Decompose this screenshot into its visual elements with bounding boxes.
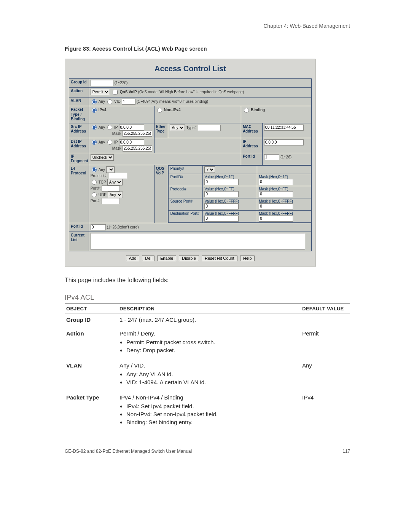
srcip-mask-label: Mask [112, 131, 121, 135]
qos-mask-label: Mask (Hex,0~1F) [259, 175, 288, 179]
table-row: Packet TypeIPv4 / Non-IPv4 / BindingIPv4… [65, 391, 350, 431]
ethertype-type-label: Type# [186, 126, 196, 130]
qosvoip-label: QOS VoIP [154, 165, 168, 223]
srcip-ip-radio[interactable] [107, 125, 112, 130]
qos-val-label: Value (Hex,0~1F) [204, 175, 234, 179]
l4-tcp-label: TCP [99, 180, 106, 184]
portid-right-hint: (1~26) [280, 155, 292, 159]
action-label: Action [69, 88, 89, 97]
qos-val-label: Value (Hex,0~FF) [204, 187, 234, 191]
l4-any-radio[interactable] [92, 167, 97, 172]
l4-label: L4 Protocol [69, 165, 89, 223]
cell-object: Action [65, 327, 118, 359]
vlan-label: VLAN [69, 97, 89, 106]
bullet: Any: Any VLAN id. [126, 371, 299, 377]
qos-priority-select[interactable]: 7 [204, 166, 215, 173]
qos-mask-input[interactable] [259, 203, 293, 209]
qos-row-name: Destination Port# [170, 211, 199, 216]
l4-udp-select[interactable]: Any [108, 192, 123, 198]
ipaddr-right-input[interactable] [264, 139, 304, 145]
l4-tcp-radio[interactable] [92, 180, 97, 185]
qos-val-input[interactable] [204, 191, 239, 197]
footer-left: GE-DS-82 and 82-PoE Ethernet Managed Swi… [65, 449, 192, 454]
srcip-mask-input[interactable] [123, 131, 152, 137]
footer-page: 117 [342, 449, 350, 454]
desc-intro: This page includes the following fields: [65, 277, 350, 284]
qos-mask-label: Mask (Hex,0~FFFF) [259, 199, 293, 203]
portid-right-input[interactable] [264, 154, 279, 160]
dstip-any-radio[interactable] [92, 140, 97, 145]
table-row: ActionPermit / Deny.Permit: Permit packe… [65, 327, 350, 359]
portid-bottom-input[interactable] [91, 224, 106, 230]
vlan-hint: (1~4094;Any means Vid=0 if uses binding) [137, 99, 208, 104]
l4-protocol-input[interactable] [109, 173, 127, 179]
cell-default [301, 313, 350, 327]
l4-tcp-select[interactable]: Any [107, 179, 123, 185]
vlan-vid-radio[interactable] [107, 99, 112, 104]
vlan-any-label: Any [99, 99, 105, 104]
qos-val-input[interactable] [204, 179, 239, 185]
pkt-ipv4-radio[interactable] [92, 108, 97, 113]
action-select[interactable]: Permit [91, 89, 110, 95]
l4-port2-input[interactable] [102, 198, 120, 204]
table-row: Group ID1 - 247 (max. 247 ACL group). [65, 313, 350, 327]
disable-button[interactable]: Disable [179, 255, 199, 261]
srcip-any-radio[interactable] [92, 125, 97, 130]
mac-label: MAC Address [241, 123, 262, 138]
qos-mask-input[interactable] [259, 191, 293, 197]
l4-any-select[interactable] [106, 166, 115, 173]
qos-voip-note: (QoS mode "All High Before Low" is requi… [138, 90, 244, 94]
group-id-hint: (1~220) [115, 81, 128, 85]
dstip-label: Dst IP Address [69, 138, 89, 153]
ethertype-label: Ether Type [154, 123, 168, 138]
l4-any-label: Any [99, 168, 105, 172]
cell-default: Any [301, 359, 350, 391]
bullet: Deny: Drop packet. [126, 347, 299, 353]
vlan-any-radio[interactable] [92, 99, 97, 104]
cell-description: Any / VID.Any: Any VLAN id.VID: 1-4094. … [118, 359, 301, 391]
qos-val-input[interactable] [204, 203, 239, 209]
pkt-ipv4-label: IPv4 [99, 108, 107, 112]
pkt-nonipv4-radio[interactable] [157, 108, 162, 113]
figure-caption: Figure 83: Access Control List (ACL) Web… [65, 46, 350, 52]
dstip-ip-radio[interactable] [107, 140, 112, 145]
vlan-vid-input[interactable] [122, 99, 135, 105]
mac-input[interactable] [264, 125, 304, 131]
l4-udp-radio[interactable] [92, 192, 97, 197]
srcip-ip-label: IP [114, 125, 118, 129]
ethertype-select[interactable]: Any [170, 125, 185, 131]
qos-mask-input[interactable] [259, 179, 293, 185]
l4-port2-label: Port#: [91, 198, 101, 203]
qos-voip-checkbox[interactable] [113, 90, 118, 95]
srcip-ip-input[interactable] [119, 125, 144, 131]
currentlist-textarea[interactable] [91, 233, 306, 250]
qos-row-name: PortID# [170, 175, 183, 179]
bullet: Non-IPv4: Set non-Ipv4 packet field. [126, 411, 299, 417]
del-button[interactable]: Del [142, 255, 155, 261]
enable-button[interactable]: Enable [157, 255, 176, 261]
acl-title: Access Control List [65, 64, 315, 73]
pkt-binding-radio[interactable] [244, 108, 249, 113]
l4-port1-input[interactable] [102, 185, 120, 192]
group-id-input[interactable] [91, 80, 113, 86]
qos-val-label: Value (Hex,0~FFFF) [204, 199, 239, 203]
qos-val-input[interactable] [204, 216, 239, 222]
dstip-mask-label: Mask [112, 146, 121, 150]
help-button[interactable]: Help [240, 255, 255, 261]
bullet: Permit: Permit packet cross switch. [126, 339, 299, 345]
dstip-ip-input[interactable] [119, 139, 144, 145]
dstip-mask-input[interactable] [123, 145, 152, 152]
table-row: VLANAny / VID.Any: Any VLAN id.VID: 1-40… [65, 359, 350, 391]
pkt-nonipv4-label: Non-IPv4 [164, 108, 180, 112]
ipfrag-select[interactable]: Uncheck [91, 154, 114, 161]
add-button[interactable]: Add [126, 255, 140, 261]
reset-hit-button[interactable]: Reset Hit Count [202, 255, 237, 261]
cell-description: Permit / Deny.Permit: Permit packet cros… [118, 327, 301, 359]
bullet: IPv4: Set Ipv4 packet field. [126, 403, 299, 409]
qos-voip-label: QoS VoIP [120, 90, 137, 94]
cell-object: Group ID [65, 313, 118, 327]
l4-udp-label: UDP [99, 193, 107, 197]
srcip-label: Src IP Address [69, 123, 89, 138]
ethertype-input[interactable] [198, 125, 221, 131]
qos-mask-input[interactable] [259, 216, 293, 222]
